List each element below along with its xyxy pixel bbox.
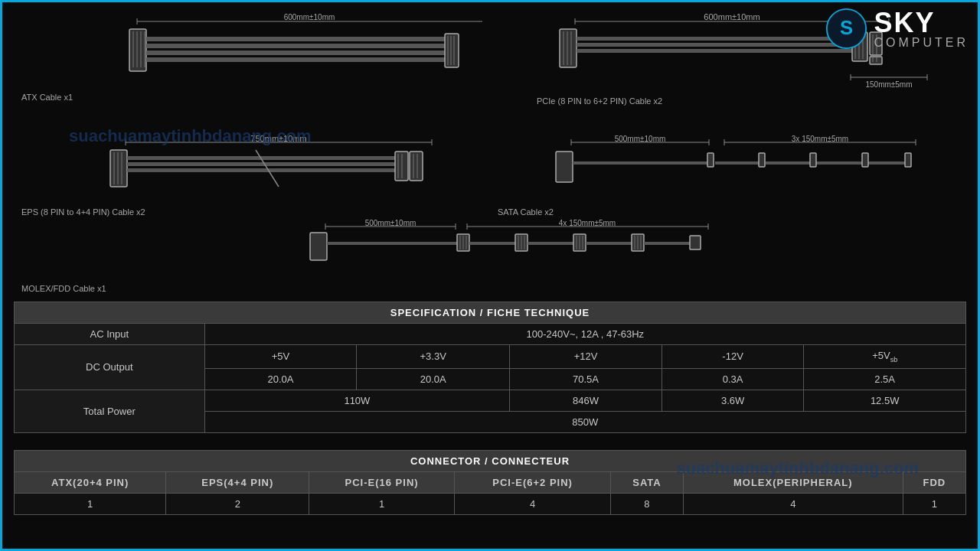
svg-rect-80 bbox=[759, 153, 765, 167]
connector-headers-row: ATX(20+4 PIN) EPS(4+4 PIN) PCI-E(16 PIN)… bbox=[15, 471, 966, 493]
total-power-row1: Total Power 110W 846W 3.6W 12.5W bbox=[15, 390, 966, 411]
svg-rect-70 bbox=[573, 161, 710, 165]
conn-pcie16-value: 1 bbox=[309, 493, 455, 514]
connector-section: CONNECTOR / CONNECTEUR ATX(20+4 PIN) EPS… bbox=[2, 446, 978, 519]
molex-cable-svg: 500mm±10mm 4x 150mm±5mm bbox=[21, 219, 959, 280]
total-power-label: Total Power bbox=[15, 390, 205, 432]
conn-atx-header: ATX(20+4 PIN) bbox=[15, 471, 166, 493]
svg-text:600mm±10mm: 600mm±10mm bbox=[704, 12, 760, 21]
svg-rect-113 bbox=[644, 242, 690, 245]
ac-input-value: 100-240V~, 12A , 47-63Hz bbox=[204, 324, 965, 345]
svg-rect-83 bbox=[905, 153, 911, 167]
svg-rect-13 bbox=[146, 51, 445, 55]
logo-sky: SKY bbox=[874, 9, 969, 37]
eps-cable-svg: 750mm±10mm bbox=[21, 135, 482, 204]
conn-pcie62-value: 4 bbox=[455, 493, 611, 514]
spec-table-title: SPECIFICATION / FICHE TECHNIQUE bbox=[15, 302, 966, 324]
dc-v12-label: +12V bbox=[510, 345, 662, 369]
conn-eps-header: EPS(4+4 PIN) bbox=[166, 471, 309, 493]
svg-rect-52 bbox=[127, 162, 395, 166]
atx-cable-label: ATX Cable x1 bbox=[21, 93, 73, 102]
svg-text:500mm±10mm: 500mm±10mm bbox=[365, 219, 416, 227]
dc-output-label: DC Output bbox=[15, 345, 205, 390]
svg-rect-27 bbox=[577, 37, 852, 41]
svg-text:150mm±5mm: 150mm±5mm bbox=[865, 80, 912, 89]
svg-rect-12 bbox=[146, 44, 445, 48]
svg-rect-103 bbox=[528, 242, 573, 245]
dc-v5-label: +5V bbox=[204, 345, 357, 369]
svg-rect-55 bbox=[395, 152, 408, 181]
power-total: 850W bbox=[204, 411, 965, 432]
dc-neg12-value: 0.3A bbox=[662, 368, 804, 390]
svg-rect-82 bbox=[862, 153, 868, 167]
sata-cable-svg: 500mm±10mm 3x 150mm±5mm bbox=[498, 135, 959, 204]
svg-rect-53 bbox=[127, 168, 395, 172]
svg-rect-76 bbox=[816, 161, 862, 165]
power-846w: 846W bbox=[510, 390, 662, 411]
conn-pcie62-header: PCI-E(6+2 PIN) bbox=[455, 471, 611, 493]
spec-section: SPECIFICATION / FICHE TECHNIQUE AC Input… bbox=[2, 298, 978, 446]
sata-cable-group: 500mm±10mm 3x 150mm±5mm SATA Cable x2 bbox=[490, 133, 966, 219]
molex-cable-group: 500mm±10mm 4x 150mm±5mm bbox=[21, 219, 959, 294]
dc-v33-value: 20.0A bbox=[357, 368, 510, 390]
svg-rect-92 bbox=[310, 233, 327, 260]
logo-area: S SKY COMPUTER bbox=[825, 8, 969, 50]
svg-rect-35 bbox=[870, 57, 882, 64]
sky-logo-icon: S bbox=[825, 8, 867, 50]
ac-input-row: AC Input 100-240V~, 12A , 47-63Hz bbox=[15, 324, 966, 345]
conn-fdd-header: FDD bbox=[903, 471, 965, 493]
conn-molex-header: MOLEX(PERIPHERAL) bbox=[683, 471, 903, 493]
svg-rect-28 bbox=[577, 43, 852, 47]
eps-cable-group: 750mm±10mm EPS (8 PIN to 4+4 PIN) Cable … bbox=[14, 133, 490, 219]
eps-cable-label: EPS (8 PIN to 4+4 PIN) Cable x2 bbox=[21, 207, 145, 217]
svg-rect-108 bbox=[586, 242, 632, 245]
conn-molex-value: 4 bbox=[683, 493, 903, 514]
svg-rect-47 bbox=[110, 150, 127, 187]
dc-vsb-label: +5Vsb bbox=[804, 345, 966, 369]
conn-pcie16-header: PCI-E(16 PIN) bbox=[309, 471, 455, 493]
svg-rect-78 bbox=[867, 161, 909, 165]
power-110w: 110W bbox=[204, 390, 510, 411]
svg-rect-29 bbox=[577, 49, 852, 53]
svg-rect-79 bbox=[707, 153, 714, 167]
svg-text:750mm±10mm: 750mm±10mm bbox=[250, 135, 306, 143]
conn-fdd-value: 1 bbox=[903, 493, 965, 514]
atx-cable-svg: 600mm±10mm bbox=[21, 12, 482, 89]
svg-text:PCIe (8 PIN to 6+2 PIN) Cable : PCIe (8 PIN to 6+2 PIN) Cable x2 bbox=[537, 96, 662, 106]
connector-values-row: 1 2 1 4 8 4 1 bbox=[15, 493, 966, 514]
svg-rect-114 bbox=[690, 236, 701, 249]
svg-rect-74 bbox=[766, 161, 812, 165]
svg-rect-98 bbox=[469, 242, 515, 245]
dc-v12-value: 70.5A bbox=[510, 368, 662, 390]
svg-rect-6 bbox=[129, 29, 146, 71]
ac-input-label: AC Input bbox=[15, 324, 205, 345]
svg-text:600mm±10mm: 600mm±10mm bbox=[284, 13, 335, 21]
svg-text:500mm±10mm: 500mm±10mm bbox=[615, 135, 666, 143]
connector-table-title: CONNECTOR / CONNECTEUR bbox=[15, 450, 966, 471]
dc-v33-label: +3.3V bbox=[357, 345, 510, 369]
power-125w: 12.5W bbox=[804, 390, 966, 411]
conn-eps-value: 2 bbox=[166, 493, 309, 514]
svg-text:3x 150mm±5mm: 3x 150mm±5mm bbox=[792, 135, 848, 143]
power-36w: 3.6W bbox=[662, 390, 804, 411]
svg-rect-14 bbox=[146, 57, 445, 62]
svg-text:S: S bbox=[840, 17, 853, 38]
connector-table: CONNECTOR / CONNECTEUR ATX(20+4 PIN) EPS… bbox=[14, 450, 966, 515]
conn-atx-value: 1 bbox=[15, 493, 166, 514]
svg-rect-56 bbox=[410, 152, 423, 181]
svg-text:4x 150mm±5mm: 4x 150mm±5mm bbox=[559, 219, 616, 227]
svg-rect-81 bbox=[810, 153, 816, 167]
dc-output-header-row: DC Output +5V +3.3V +12V -12V +5Vsb bbox=[15, 345, 966, 369]
dc-neg12-label: -12V bbox=[662, 345, 804, 369]
svg-rect-69 bbox=[556, 152, 573, 182]
logo-computer: COMPUTER bbox=[874, 37, 969, 49]
molex-cable-label: MOLEX/FDD Cable x1 bbox=[21, 284, 106, 293]
sata-cable-label: SATA Cable x2 bbox=[498, 207, 554, 217]
svg-rect-15 bbox=[445, 34, 459, 67]
dc-v5-value: 20.0A bbox=[204, 368, 357, 390]
svg-rect-23 bbox=[560, 29, 577, 67]
spec-table: SPECIFICATION / FICHE TECHNIQUE AC Input… bbox=[14, 302, 966, 433]
conn-sata-header: SATA bbox=[611, 471, 684, 493]
conn-sata-value: 8 bbox=[611, 493, 684, 514]
atx-cable-group: 600mm±10mm ATX Cable x1 bbox=[14, 8, 490, 133]
